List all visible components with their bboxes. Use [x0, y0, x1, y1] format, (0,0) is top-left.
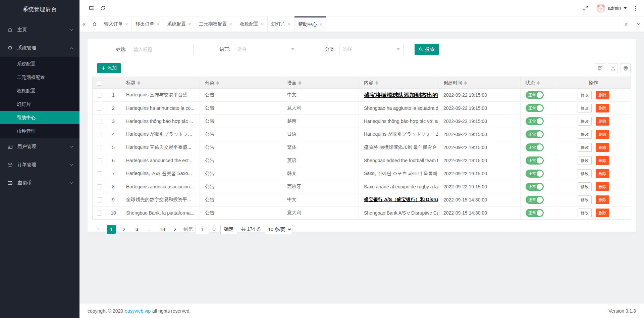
status-toggle[interactable]: 正常: [526, 130, 544, 138]
row-checkbox[interactable]: [97, 171, 102, 176]
close-icon[interactable]: ×: [261, 21, 264, 27]
sidebar-item-home[interactable]: 主页: [0, 21, 79, 39]
tab-system-config[interactable]: 系统配置×: [163, 16, 195, 32]
delete-button[interactable]: 删除: [596, 117, 609, 126]
sort-icon[interactable]: [537, 81, 540, 85]
sort-icon[interactable]: [375, 81, 378, 85]
tab-binary-options-config[interactable]: 二元期权配置×: [195, 16, 236, 32]
row-checkbox[interactable]: [97, 211, 102, 216]
confirm-button[interactable]: 确定: [220, 225, 237, 234]
filter-columns-button[interactable]: [595, 63, 605, 73]
home-tab[interactable]: [89, 16, 100, 32]
sidebar-item-virtual-coin[interactable]: 虚拟币: [0, 174, 79, 192]
sort-icon[interactable]: [299, 81, 301, 85]
tab-help-center[interactable]: 帮助中心×: [294, 16, 326, 32]
edit-button[interactable]: 修改: [578, 117, 592, 126]
easyweb-link[interactable]: easyweb.vip: [125, 308, 151, 314]
fullscreen-icon[interactable]: [580, 2, 591, 14]
delete-button[interactable]: 删除: [596, 104, 609, 112]
close-icon[interactable]: ×: [188, 21, 191, 27]
page-button[interactable]: 3: [132, 225, 141, 234]
search-button[interactable]: 搜索: [415, 44, 439, 55]
close-icon[interactable]: ×: [229, 21, 232, 27]
delete-button[interactable]: 删除: [596, 182, 609, 191]
sidebar-subitem-slides[interactable]: 幻灯片: [0, 97, 79, 111]
status-toggle[interactable]: 正常: [526, 143, 544, 151]
sort-icon[interactable]: [464, 81, 467, 85]
edit-button[interactable]: 修改: [578, 143, 592, 152]
status-toggle[interactable]: 正常: [526, 156, 544, 165]
status-toggle[interactable]: 正常: [526, 196, 544, 204]
edit-button[interactable]: 修改: [578, 209, 592, 217]
prev-page-button[interactable]: [94, 225, 103, 234]
row-checkbox[interactable]: [97, 145, 102, 150]
sidebar-subitem-currency-management[interactable]: 币种管理: [0, 124, 79, 138]
delete-button[interactable]: 删除: [596, 156, 609, 165]
tabs-scroll-right-button[interactable]: »: [619, 16, 633, 32]
page-button[interactable]: 18: [158, 225, 167, 234]
delete-button[interactable]: 删除: [596, 195, 609, 204]
edit-button[interactable]: 修改: [578, 156, 592, 165]
row-checkbox[interactable]: [97, 197, 102, 202]
next-page-button[interactable]: [171, 225, 179, 234]
row-checkbox[interactable]: [97, 158, 102, 163]
print-button[interactable]: [621, 63, 631, 73]
close-icon[interactable]: ×: [157, 21, 159, 27]
status-toggle[interactable]: 正常: [526, 117, 544, 125]
sort-icon[interactable]: [216, 81, 219, 85]
tabs-menu-button[interactable]: [633, 16, 644, 32]
add-button[interactable]: 添加: [97, 63, 121, 73]
sidebar-item-system-management[interactable]: ⚙ 系统管理: [0, 39, 79, 57]
tab-transfer-out-orders[interactable]: 转出订单×: [132, 16, 163, 32]
tab-transfer-in-orders[interactable]: 转入订单×: [100, 16, 132, 32]
sidebar-subitem-binary-options-config[interactable]: 二元期权配置: [0, 71, 79, 84]
row-checkbox[interactable]: [97, 119, 102, 124]
sidebar-subitem-help-center[interactable]: 帮助中心: [0, 111, 79, 124]
page-size-select[interactable]: 10 条/页: [265, 225, 292, 234]
status-toggle[interactable]: 正常: [526, 183, 544, 191]
tab-payment-config[interactable]: 收款配置×: [236, 16, 268, 32]
close-icon[interactable]: ×: [319, 22, 322, 27]
edit-button[interactable]: 修改: [578, 91, 592, 99]
edit-button[interactable]: 修改: [578, 104, 592, 112]
status-toggle[interactable]: 正常: [526, 170, 544, 178]
cell-actions: 修改 删除: [556, 102, 631, 115]
export-button[interactable]: [608, 63, 618, 73]
delete-button[interactable]: 删除: [596, 169, 609, 178]
row-checkbox[interactable]: [97, 106, 102, 111]
tab-slides[interactable]: 幻灯片×: [268, 16, 294, 32]
category-filter-select[interactable]: 选择: [339, 44, 404, 55]
page-button[interactable]: 1: [107, 225, 116, 234]
status-toggle[interactable]: 正常: [526, 91, 544, 99]
edit-button[interactable]: 修改: [578, 169, 592, 178]
row-checkbox[interactable]: [97, 184, 102, 189]
sidebar-item-user-management[interactable]: 用户管理: [0, 138, 79, 156]
edit-button[interactable]: 修改: [578, 195, 592, 204]
close-icon[interactable]: ×: [288, 21, 290, 27]
delete-button[interactable]: 删除: [596, 130, 609, 139]
sidebar-subitem-system-config[interactable]: 系统配置: [0, 57, 79, 71]
delete-button[interactable]: 删除: [596, 143, 609, 152]
delete-button[interactable]: 删除: [596, 209, 609, 217]
sort-icon[interactable]: [138, 81, 140, 85]
status-toggle[interactable]: 正常: [526, 104, 544, 112]
sidebar-item-order-management[interactable]: 订单管理: [0, 156, 79, 174]
edit-button[interactable]: 修改: [578, 182, 592, 191]
select-all-checkbox[interactable]: [97, 81, 102, 86]
edit-button[interactable]: 修改: [578, 130, 592, 139]
status-toggle[interactable]: 正常: [526, 209, 544, 217]
jump-page-input[interactable]: [196, 225, 209, 234]
close-icon[interactable]: ×: [125, 21, 128, 27]
refresh-icon[interactable]: [97, 2, 108, 14]
more-vertical-icon[interactable]: ⋮: [632, 5, 639, 12]
row-checkbox[interactable]: [97, 132, 102, 137]
delete-button[interactable]: 删除: [596, 91, 609, 99]
title-filter-input[interactable]: [130, 44, 194, 55]
sidebar-subitem-payment-config[interactable]: 收款配置: [0, 84, 79, 97]
language-filter-select[interactable]: 选择: [234, 44, 298, 55]
sidebar-collapse-button[interactable]: [86, 2, 97, 14]
row-checkbox[interactable]: [97, 93, 102, 98]
user-menu[interactable]: admin: [596, 4, 627, 13]
page-button[interactable]: 2: [120, 225, 128, 234]
tabs-scroll-left-button[interactable]: «: [79, 16, 89, 32]
